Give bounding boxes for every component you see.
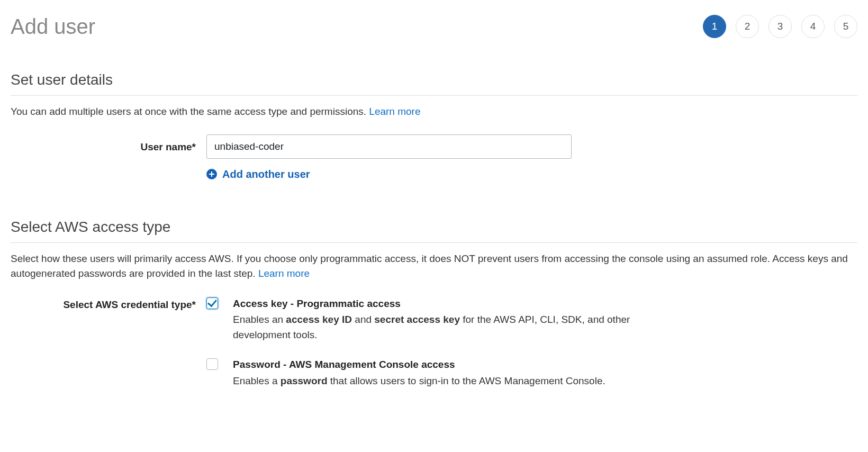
access-key-desc: Enables an access key ID and secret acce… [233,312,688,342]
learn-more-link-details[interactable]: Learn more [369,106,420,117]
spacer-label [11,357,206,358]
section-user-details-desc: You can add multiple users at once with … [11,104,857,120]
spacer-col [11,168,206,184]
access-key-checkbox[interactable] [206,297,218,309]
svg-rect-2 [209,174,214,175]
plus-circle-icon [206,169,217,179]
user-name-input[interactable] [206,134,572,159]
step-1[interactable]: 1 [703,15,726,38]
step-2[interactable]: 2 [736,15,759,38]
credential-option-password: Password - AWS Management Console access… [11,357,857,388]
user-name-input-col [206,134,857,159]
add-another-row: Add another user [11,168,857,184]
checkbox-col [206,357,233,370]
checkbox-col [206,296,233,309]
step-4[interactable]: 4 [801,15,825,38]
step-5[interactable]: 5 [834,15,857,38]
add-another-col: Add another user [206,168,857,184]
credential-option-access-key: Select AWS credential type* Access key -… [11,296,857,343]
credential-type-label: Select AWS credential type* [11,296,206,313]
wizard-steps: 1 2 3 4 5 [703,15,857,38]
user-name-label: User name* [11,134,206,155]
step-3[interactable]: 3 [768,15,792,38]
page-title: Add user [11,11,95,42]
section-access-type-title: Select AWS access type [11,216,857,238]
page-header: Add user 1 2 3 4 5 [11,11,857,42]
section-user-details-title: Set user details [11,69,857,91]
password-title: Password - AWS Management Console access [233,357,688,373]
add-another-user-button[interactable]: Add another user [206,168,310,180]
divider [11,95,857,96]
divider [11,242,857,243]
password-desc: Enables a password that allows users to … [233,374,688,389]
user-name-row: User name* [11,134,857,159]
learn-more-link-access[interactable]: Learn more [258,268,310,279]
access-key-title: Access key - Programmatic access [233,296,688,312]
access-desc-text: Select how these users will primarily ac… [11,253,848,279]
credential-content: Access key - Programmatic access Enables… [233,296,688,343]
add-another-label: Add another user [222,168,310,180]
password-checkbox[interactable] [206,358,218,370]
credential-content: Password - AWS Management Console access… [233,357,688,388]
desc-text: You can add multiple users at once with … [11,106,369,117]
section-access-type-desc: Select how these users will primarily ac… [11,251,857,282]
